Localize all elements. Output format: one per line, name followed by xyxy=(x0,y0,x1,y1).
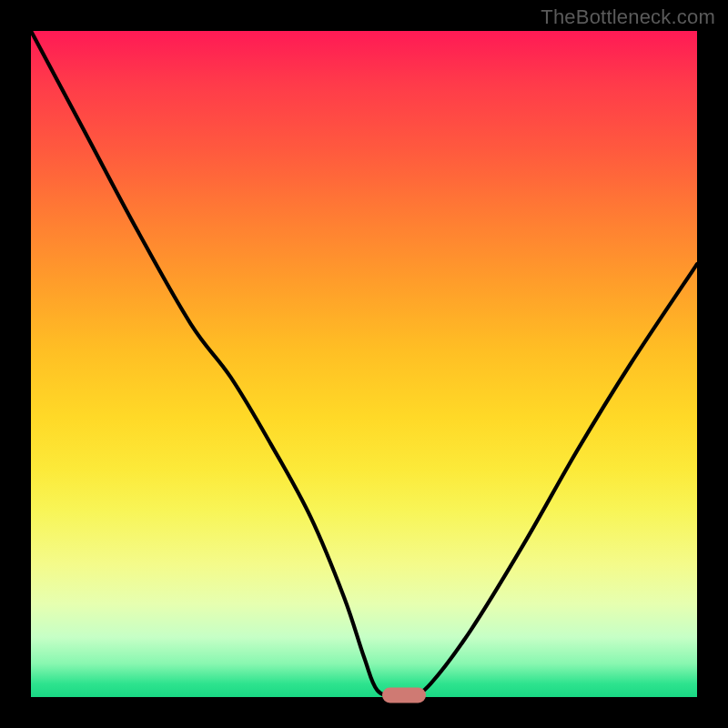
watermark-text: TheBottleneck.com xyxy=(541,5,715,29)
bottleneck-curve xyxy=(31,31,697,697)
optimal-marker xyxy=(382,687,426,703)
bottleneck-curve-path xyxy=(31,31,697,699)
plot-area xyxy=(31,31,697,697)
chart-frame: TheBottleneck.com xyxy=(0,0,728,728)
